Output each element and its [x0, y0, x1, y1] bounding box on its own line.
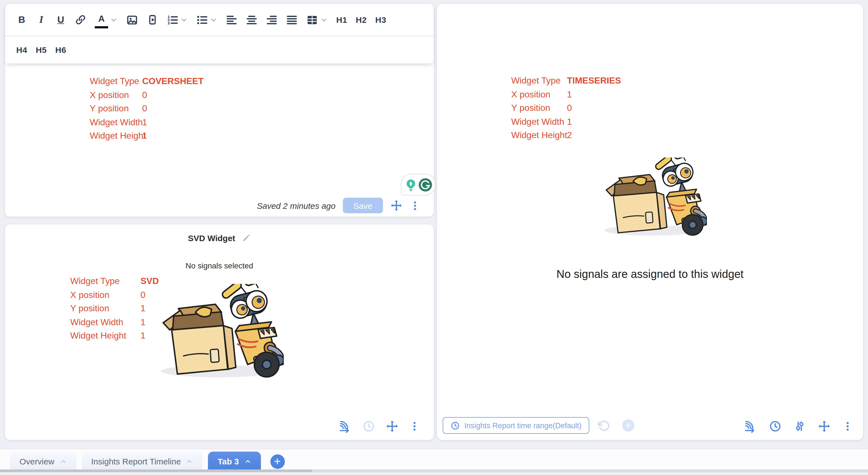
chevron-up-icon[interactable] [244, 458, 251, 465]
info-value: 1 [567, 115, 572, 129]
no-signals-assigned-message: No signals are assigned to this widget [437, 268, 863, 281]
insert-table-chevron-down-icon[interactable] [320, 16, 328, 24]
align-left-button[interactable] [226, 12, 238, 27]
signal-stream-icon[interactable] [339, 420, 352, 433]
bullet-list-button[interactable] [196, 12, 208, 27]
table-row: Widget Width1 [90, 116, 146, 130]
grammarly-icon[interactable] [418, 177, 432, 192]
info-label: Widget Height [90, 131, 146, 141]
info-value: 2 [567, 129, 572, 142]
svd-footer-icons [339, 420, 420, 433]
info-label: X position [70, 290, 110, 299]
table-row: Widget Width1 [511, 115, 567, 129]
table-row: X position0 [70, 288, 126, 302]
table-row: Widget Height1 [90, 130, 146, 143]
insert-table-button[interactable] [306, 12, 318, 27]
text-color-chevron-down-icon[interactable] [110, 16, 118, 24]
info-label: Widget Width [70, 317, 123, 327]
info-label: Widget Width [90, 117, 143, 127]
info-label: X position [90, 90, 129, 99]
toolbar-row-1: B I U A [5, 4, 434, 36]
heading-3-button[interactable]: H3 [375, 12, 386, 27]
time-settings-icon[interactable] [769, 420, 782, 433]
table-row: Widget TypeTIMESERIES [511, 74, 567, 88]
info-value: 1 [142, 116, 147, 130]
move-widget-icon[interactable] [386, 420, 399, 433]
info-label: Widget Type [511, 76, 561, 85]
info-label: X position [511, 89, 551, 99]
info-label: Widget Height [70, 331, 126, 341]
scrollbar-thumb[interactable] [0, 469, 312, 472]
table-row: Widget Width1 [70, 316, 126, 329]
chevron-up-icon[interactable] [186, 458, 193, 465]
tab-label: Tab 3 [218, 456, 239, 466]
clock-icon [451, 421, 460, 430]
heading-4-button[interactable]: H4 [16, 43, 27, 57]
widget-menu-icon[interactable] [409, 421, 420, 432]
move-widget-icon[interactable] [390, 199, 403, 212]
move-widget-icon[interactable] [818, 420, 831, 433]
widget-menu-icon[interactable] [842, 421, 853, 432]
rich-text-toolbar: B I U A [5, 4, 434, 64]
text-color-button[interactable]: A [95, 11, 108, 28]
timeseries-info-table: Widget TypeTIMESERIES X position1 Y posi… [511, 74, 567, 142]
insert-video-button[interactable] [147, 12, 158, 27]
tab-overview[interactable]: Overview [10, 452, 76, 471]
insert-image-button[interactable] [126, 12, 138, 27]
plus-icon [624, 421, 632, 429]
tab-insights-report-timeline[interactable]: Insights Report Timeline [82, 452, 203, 471]
table-row: Y position0 [511, 101, 567, 115]
save-button[interactable]: Save [343, 198, 383, 213]
chevron-up-icon[interactable] [59, 458, 67, 465]
saved-status: Saved 2 minutes ago [257, 201, 336, 210]
underline-button[interactable]: U [55, 12, 66, 27]
align-center-button[interactable] [246, 12, 257, 27]
bullet-list-chevron-down-icon[interactable] [210, 16, 217, 24]
heading-6-button[interactable]: H6 [55, 43, 66, 57]
ordered-list-chevron-down-icon[interactable] [180, 16, 188, 24]
toolbar-row-2: H4 H5 H6 [5, 36, 434, 64]
add-tab-button[interactable] [270, 454, 285, 469]
svd-widget-card: SVD Widget No signals selected Widget Ty… [5, 225, 434, 440]
plus-icon [273, 457, 282, 466]
info-label: Y position [70, 304, 109, 313]
table-row: Widget Height2 [511, 129, 567, 142]
widget-menu-icon[interactable] [410, 200, 420, 211]
horizontal-scrollbar[interactable] [0, 469, 868, 472]
robot-box-illustration [156, 283, 284, 379]
info-value: 1 [567, 88, 572, 101]
tab-3[interactable]: Tab 3 [208, 452, 260, 471]
time-range-button[interactable]: Insights Report time range(Default) [443, 417, 589, 434]
sliders-settings-icon[interactable] [793, 420, 806, 433]
tabs: Overview Insights Report Timeline Tab 3 [10, 452, 285, 471]
bold-button[interactable]: B [16, 12, 27, 27]
table-row: Widget TypeSVD [70, 275, 126, 288]
reset-time-range-icon [597, 419, 610, 432]
table-row: X position0 [90, 88, 146, 102]
coversheet-widget-card: B I U A [5, 4, 434, 216]
heading-1-button[interactable]: H1 [336, 12, 347, 27]
info-value: COVERSHEET [142, 75, 204, 88]
align-right-button[interactable] [266, 12, 278, 27]
dashboard-editor: B I U A [0, 0, 868, 475]
editor-footer: Saved 2 minutes ago Save [257, 198, 420, 213]
table-row: Widget Height1 [70, 329, 126, 343]
no-signals-message: No signals selected [5, 261, 434, 270]
signal-stream-icon[interactable] [744, 420, 757, 433]
ordered-list-button[interactable] [167, 12, 178, 27]
info-value: 1 [141, 329, 146, 343]
suggestion-bulb-icon[interactable] [404, 178, 417, 191]
time-range-label: Insights Report time range(Default) [464, 421, 582, 430]
timeseries-widget-card: Widget TypeTIMESERIES X position1 Y posi… [437, 4, 863, 440]
heading-5-button[interactable]: H5 [36, 43, 47, 57]
link-button[interactable] [75, 12, 86, 27]
timeseries-footer-icons [744, 420, 853, 433]
info-label: Y position [511, 103, 550, 112]
info-value: 1 [142, 130, 147, 143]
info-label: Y position [90, 104, 129, 113]
grammarly-assistant-pill[interactable] [401, 174, 435, 196]
justify-button[interactable] [286, 12, 298, 27]
edit-title-pencil-icon[interactable] [241, 233, 251, 243]
italic-button[interactable]: I [36, 12, 47, 27]
heading-2-button[interactable]: H2 [356, 12, 367, 27]
